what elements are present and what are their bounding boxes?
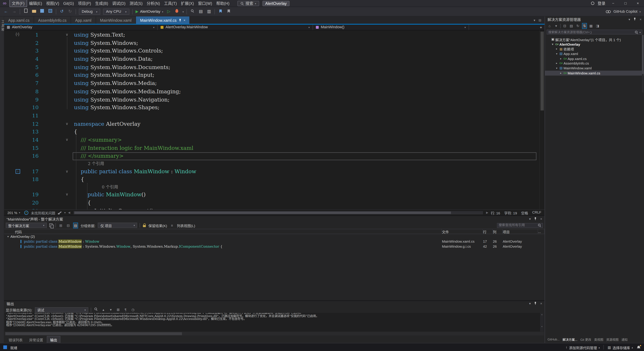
- explorer-tab-1[interactable]: GitHub...: [547, 337, 560, 342]
- navigate-forward-icon[interactable]: →: [12, 9, 17, 14]
- dock-home-icon[interactable]: ⌂: [547, 24, 552, 28]
- menu-item-6[interactable]: 生成(B): [93, 0, 110, 6]
- output-vertical-scrollbar[interactable]: ▴▾: [540, 313, 544, 332]
- zoom-control[interactable]: 201 % ▾: [6, 210, 22, 215]
- expander-icon[interactable]: ▾: [551, 42, 554, 46]
- find-result-row[interactable]: public partial class MainWindow : Window…: [4, 239, 545, 244]
- output-text-area[interactable]: "AlertOverlay.exe" (CoreCLR: clrhost): 已…: [4, 313, 544, 332]
- redo-icon[interactable]: ↻: [68, 9, 73, 14]
- explorer-tab-6[interactable]: 通知: [620, 337, 628, 342]
- expander-icon[interactable]: ▸: [555, 47, 558, 51]
- tree-item-2[interactable]: ▾C#AlertOverlay: [545, 42, 644, 47]
- menu-item-9[interactable]: 分析(N): [145, 0, 162, 6]
- window-position-icon[interactable]: ▾: [628, 18, 630, 22]
- output-source-dropdown[interactable]: 调试 ▾: [35, 307, 88, 312]
- close-button[interactable]: ×: [633, 0, 642, 7]
- panel-tab-1[interactable]: 错误列表: [6, 336, 26, 343]
- close-icon[interactable]: ×: [540, 217, 542, 221]
- new-file-icon[interactable]: [23, 9, 28, 14]
- expander-icon[interactable]: ▸: [555, 62, 558, 65]
- previous-message-icon[interactable]: ▴: [101, 307, 106, 312]
- navigate-backward-icon[interactable]: ←: [3, 9, 9, 14]
- notifications-bell-icon[interactable]: [637, 345, 641, 349]
- scope-dropdown[interactable]: 整个解决方案 ▾: [6, 222, 47, 228]
- project-dropdown[interactable]: AlertOverlay ▾: [4, 24, 158, 30]
- column-header-4[interactable]: 列: [493, 229, 503, 234]
- find-message-icon[interactable]: [94, 307, 98, 312]
- properties-icon[interactable]: ▦: [588, 24, 593, 28]
- solution-platform-dropdown[interactable]: Any CPU ▾: [103, 8, 129, 14]
- find-in-files-icon[interactable]: [190, 9, 195, 14]
- tree-item-5[interactable]: ▸C#App.xaml.cs: [545, 56, 644, 61]
- group-by-dropdown[interactable]: 仅 项目 ▾: [98, 222, 137, 228]
- panel-tab-2[interactable]: 异常设置: [26, 336, 46, 343]
- tree-item-8[interactable]: ▸C#MainWindow.xaml.cs: [545, 70, 644, 76]
- scroll-right-icon[interactable]: ▶: [486, 211, 488, 214]
- scroll-left-icon[interactable]: ◀: [68, 211, 70, 214]
- code-text[interactable]: using System.Windows.Controls;: [74, 47, 163, 55]
- explorer-tab-2[interactable]: 解决方案...: [562, 337, 578, 342]
- comment-selection-icon[interactable]: ▤: [198, 9, 204, 14]
- fold-toggle-icon[interactable]: ∨: [64, 31, 70, 39]
- member-dropdown[interactable]: MainWindow() ▾: [313, 24, 469, 30]
- explorer-scrollbar[interactable]: [642, 35, 644, 92]
- solution-configuration-dropdown[interactable]: Debug ▾: [79, 8, 100, 14]
- menu-item-13[interactable]: 帮助(H): [214, 0, 232, 6]
- code-text[interactable]: /// <summary>: [74, 136, 122, 144]
- code-text[interactable]: {: [74, 128, 77, 136]
- menu-item-5[interactable]: 项目(P): [76, 0, 93, 6]
- start-without-debugging-icon[interactable]: ▷: [166, 9, 172, 14]
- document-health-icon[interactable]: ✓: [24, 210, 28, 215]
- tree-item-7[interactable]: ▾▤MainWindow.xaml: [545, 66, 644, 70]
- code-text[interactable]: using System.Windows.Shapes;: [74, 104, 159, 112]
- codelens-references[interactable]: 0 个引用: [102, 184, 118, 191]
- close-icon[interactable]: ×: [640, 18, 642, 22]
- expander-icon[interactable]: ▾: [555, 52, 558, 56]
- code-text[interactable]: InitializeComponent(): [74, 207, 153, 209]
- expander-icon[interactable]: ▾: [7, 235, 9, 238]
- refresh-icon[interactable]: ↻: [576, 24, 580, 28]
- scrollbar-thumb[interactable]: [642, 35, 644, 74]
- menu-item-8[interactable]: 测试(S): [128, 0, 144, 6]
- solution-explorer-search-input[interactable]: [548, 30, 633, 34]
- doc-tab-5[interactable]: MainWindow.xaml.cs×: [136, 16, 190, 24]
- code-text[interactable]: {: [74, 176, 84, 184]
- close-icon[interactable]: ×: [540, 302, 542, 306]
- word-wrap-icon[interactable]: ¶: [123, 307, 128, 312]
- doc-tab-4[interactable]: MainWindow.xaml: [96, 16, 136, 24]
- menu-item-10[interactable]: 工具(T): [162, 0, 179, 6]
- window-position-icon[interactable]: ▾: [529, 302, 531, 306]
- undo-icon[interactable]: ↺: [59, 9, 64, 14]
- close-icon[interactable]: ×: [184, 18, 185, 22]
- show-all-files-icon[interactable]: ▤: [569, 24, 574, 28]
- task-status-center-icon[interactable]: [3, 345, 7, 349]
- menu-item-3[interactable]: 视图(V): [44, 0, 61, 6]
- solution-explorer-search-box[interactable]: ▾: [547, 30, 642, 34]
- code-text[interactable]: using System.Windows.Input;: [74, 71, 154, 79]
- tab-options-icon[interactable]: ⊟: [539, 18, 541, 22]
- code-text[interactable]: public partial class MainWindow : Window: [74, 168, 196, 176]
- output-horizontal-scrollbar[interactable]: [5, 332, 544, 336]
- menu-item-12[interactable]: 窗口(W): [196, 0, 214, 6]
- toggle-bookmark-icon[interactable]: [218, 9, 223, 14]
- results-search-box[interactable]: [497, 223, 543, 228]
- add-to-source-control-button[interactable]: ↑ 添加到源代码管理 ▴: [566, 345, 600, 350]
- panel-tab-3[interactable]: 输出: [47, 336, 60, 343]
- open-file-icon[interactable]: [31, 9, 36, 14]
- doc-tab-2[interactable]: AssemblyInfo.cs: [34, 16, 71, 24]
- type-dropdown[interactable]: AlertOverlay.MainWindow ▾: [158, 24, 313, 30]
- clear-all-icon[interactable]: ⊠: [116, 307, 120, 312]
- whitespace-indicator[interactable]: 空格: [521, 210, 528, 215]
- menu-item-11[interactable]: 扩展(X): [179, 0, 196, 6]
- code-text[interactable]: using System.Windows.Documents;: [74, 63, 170, 71]
- find-results-group-row[interactable]: ▾AlertOverlay (2): [4, 234, 545, 239]
- code-text[interactable]: /// Interaction logic for MainWindow.xam…: [74, 144, 193, 152]
- code-text[interactable]: using System.Windows.Media.Imaging;: [74, 88, 181, 96]
- save-all-icon[interactable]: [48, 9, 53, 14]
- group-results-icon[interactable]: ▤: [73, 222, 78, 228]
- code-text[interactable]: /// </summary>: [74, 152, 124, 160]
- keep-results-button[interactable]: 保留结果(K): [148, 223, 167, 228]
- expand-all-icon[interactable]: ⊞: [58, 223, 63, 228]
- code-text[interactable]: namespace AlertOverlay: [74, 120, 140, 128]
- minimize-button[interactable]: −: [609, 0, 618, 7]
